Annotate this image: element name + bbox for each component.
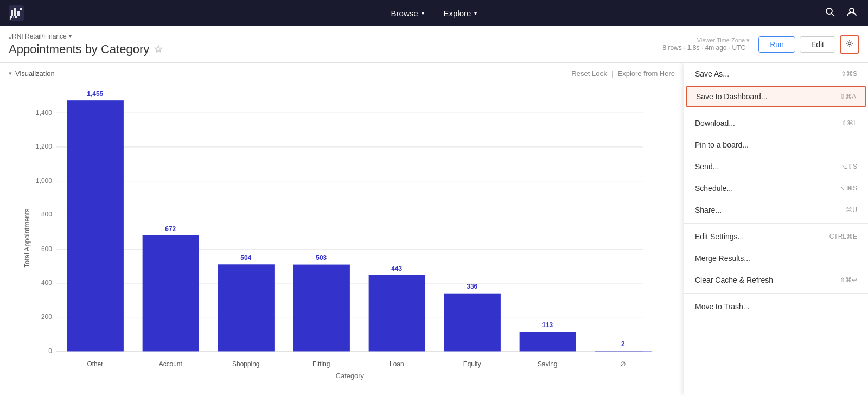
svg-text:2: 2 [621, 340, 625, 348]
svg-text:400: 400 [41, 279, 52, 286]
explore-chevron-icon: ▾ [474, 10, 477, 16]
dropdown-menu: Save As...⇧⌘SSave to Dashboard...⇧⌘ADown… [684, 63, 868, 317]
svg-text:Other: Other [87, 360, 103, 368]
user-icon [846, 7, 857, 17]
bar-other [67, 100, 124, 351]
svg-point-4 [850, 8, 854, 12]
svg-text:Category: Category [336, 372, 365, 380]
bar-shopping [218, 264, 275, 351]
explore-from-here-link[interactable]: Explore from Here [618, 69, 675, 78]
title-section: JRNI Retail/Finance ▾ Appointments by Ca… [9, 33, 163, 56]
user-nav-button[interactable] [844, 4, 859, 22]
svg-text:Account: Account [159, 360, 183, 368]
dropdown-item-schedule[interactable]: Schedule...⌥⌘S [684, 177, 868, 199]
edit-button[interactable]: Edit [800, 36, 835, 53]
gear-button[interactable] [840, 35, 859, 54]
svg-text:0: 0 [48, 347, 52, 355]
svg-text:443: 443 [391, 265, 402, 272]
page-title: Appointments by Category [9, 42, 163, 56]
dropdown-item-move-to-trash[interactable]: Move to Trash... [684, 296, 868, 317]
dropdown-item-save-to-dashboard[interactable]: Save to Dashboard...⇧⌘A [686, 86, 866, 107]
svg-text:336: 336 [467, 283, 477, 290]
svg-text:113: 113 [542, 321, 553, 329]
dropdown-item-clear-cache[interactable]: Clear Cache & Refresh⇧⌘↩ [684, 269, 868, 291]
bar-saving [520, 332, 576, 351]
svg-text:Equity: Equity [463, 360, 481, 368]
search-nav-button[interactable] [822, 4, 838, 22]
svg-text:∅: ∅ [620, 360, 626, 368]
bar-null [595, 351, 652, 351]
logo: jrni [9, 5, 24, 21]
dropdown-item-save-as[interactable]: Save As...⇧⌘S [684, 63, 868, 85]
search-icon [825, 7, 835, 17]
svg-text:200: 200 [41, 313, 52, 321]
breadcrumb: JRNI Retail/Finance ▾ [9, 33, 163, 40]
dropdown-divider [684, 223, 868, 224]
svg-point-2 [826, 8, 832, 14]
timezone-label: Viewer Time Zone ▾ [662, 37, 750, 44]
sub-header: JRNI Retail/Finance ▾ Appointments by Ca… [0, 26, 868, 63]
explore-nav-button[interactable]: Explore ▾ [436, 5, 485, 21]
svg-text:1,455: 1,455 [87, 90, 103, 98]
svg-line-3 [832, 14, 834, 16]
chart-area: ▾ Visualization Reset Look | Explore fro… [0, 63, 684, 395]
top-nav: jrni Browse ▾ Explore ▾ [0, 0, 868, 26]
svg-text:Loan: Loan [390, 360, 404, 368]
meta-stats: 8 rows · 1.8s · 4m ago · UTC [662, 44, 745, 52]
svg-point-5 [848, 42, 851, 44]
main-content: ▾ Visualization Reset Look | Explore fro… [0, 63, 868, 395]
dropdown-item-edit-settings[interactable]: Edit Settings...CTRL⌘E [684, 226, 868, 247]
logo-icon: jrni [9, 5, 24, 21]
svg-text:jrni: jrni [9, 14, 17, 20]
bar-loan [369, 275, 425, 352]
svg-text:Shopping: Shopping [232, 360, 259, 368]
viz-collapse-icon[interactable]: ▾ [9, 70, 12, 77]
svg-text:600: 600 [41, 245, 52, 253]
browse-chevron-icon: ▾ [422, 10, 424, 16]
bar-fitting [293, 265, 350, 352]
gear-icon [845, 39, 854, 48]
svg-text:672: 672 [165, 225, 176, 233]
dropdown-item-share[interactable]: Share...⌘U [684, 199, 868, 221]
visualization-header: ▾ Visualization Reset Look | Explore fro… [9, 69, 675, 78]
nav-right [822, 4, 859, 22]
dropdown-item-pin-to-board[interactable]: Pin to a board... [684, 134, 868, 156]
bar-chart-svg: Total Appointments 0 200 400 600 800 1,0… [9, 82, 675, 384]
svg-text:Fitting: Fitting [312, 360, 330, 368]
meta-info: Viewer Time Zone ▾ 8 rows · 1.8s · 4m ag… [662, 37, 750, 52]
svg-text:503: 503 [316, 254, 327, 262]
svg-text:1,000: 1,000 [36, 177, 52, 184]
viz-actions: Reset Look | Explore from Here [571, 69, 675, 78]
chart-container: Total Appointments 0 200 400 600 800 1,0… [9, 82, 675, 384]
svg-text:Total Appointments: Total Appointments [23, 208, 31, 267]
svg-text:Saving: Saving [538, 360, 557, 368]
dropdown-divider [684, 293, 868, 294]
dropdown-item-download[interactable]: Download...⇧⌘L [684, 112, 868, 134]
visualization-title: ▾ Visualization [9, 69, 55, 78]
nav-center: Browse ▾ Explore ▾ [384, 5, 485, 21]
dropdown-item-merge-results[interactable]: Merge Results... [684, 247, 868, 269]
dropdown-item-send[interactable]: Send...⌥⇧S [684, 156, 868, 177]
bar-equity [444, 294, 501, 352]
run-button[interactable]: Run [758, 36, 795, 53]
breadcrumb-chevron-icon: ▾ [69, 33, 72, 39]
svg-text:1,400: 1,400 [36, 109, 52, 117]
bar-account [143, 235, 199, 351]
svg-text:504: 504 [240, 254, 251, 262]
header-right: Viewer Time Zone ▾ 8 rows · 1.8s · 4m ag… [662, 35, 859, 54]
dropdown-panel: Save As...⇧⌘SSave to Dashboard...⇧⌘ADown… [684, 63, 868, 395]
favorite-icon[interactable] [154, 44, 163, 54]
dropdown-divider [684, 110, 868, 110]
reset-look-link[interactable]: Reset Look [571, 69, 607, 78]
svg-text:1,200: 1,200 [36, 143, 52, 150]
browse-nav-button[interactable]: Browse ▾ [384, 5, 432, 21]
svg-text:800: 800 [41, 211, 52, 218]
